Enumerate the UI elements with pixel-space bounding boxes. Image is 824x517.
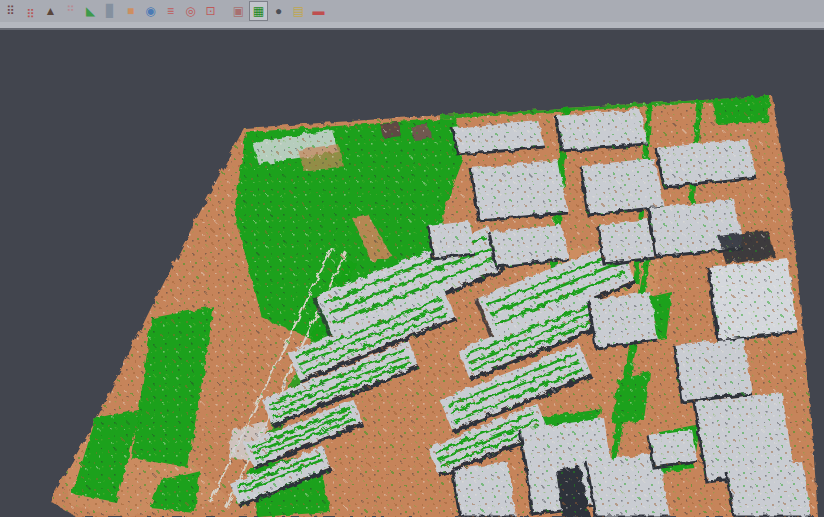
point-cloud-scene [0,30,824,517]
point-cloud-icon: ⠿ [6,5,15,17]
point-cloud-button[interactable]: ⠿ [2,2,19,20]
selection-box-icon: ⊡ [205,5,215,17]
ortho-tile-button[interactable]: ■ [122,2,139,20]
flag-button[interactable]: ▬ [310,2,327,20]
ortho-tile-icon: ■ [127,5,134,17]
clip-box-button[interactable]: ▣ [230,2,247,20]
sphere-icon: ● [275,5,282,17]
green-hill-button[interactable]: ◣ [82,2,99,20]
terrain-mountain-icon: ▲ [45,5,57,17]
terrain-tile [40,88,824,517]
classification-icon: ▦ [253,5,264,17]
toolbar: ⠿⣶▲⠛◣▊■◉≡◎⊡▣▦●▤▬ [0,0,824,22]
toolbar-separator [0,22,824,30]
scatter-points-icon: ⣶ [26,5,35,17]
profile-column-icon: ▊ [106,5,115,17]
sparse-points-button[interactable]: ⠛ [62,2,79,20]
target-icon: ◎ [185,5,195,17]
sparse-points-icon: ⠛ [66,5,75,17]
green-hill-icon: ◣ [86,5,95,17]
scatter-points-button[interactable]: ⣶ [22,2,39,20]
selection-box-button[interactable]: ⊡ [202,2,219,20]
clip-box-icon: ▣ [233,5,244,17]
report-icon: ▤ [293,5,304,17]
profile-column-button[interactable]: ▊ [102,2,119,20]
classification-button[interactable]: ▦ [250,2,267,20]
globe-icon: ◉ [145,5,155,17]
sphere-button[interactable]: ● [270,2,287,20]
flag-icon: ▬ [313,5,325,17]
target-button[interactable]: ◎ [182,2,199,20]
speckle-overlay [40,88,824,517]
terrain-mountain-button[interactable]: ▲ [42,2,59,20]
layers-button[interactable]: ≡ [162,2,179,20]
globe-button[interactable]: ◉ [142,2,159,20]
report-button[interactable]: ▤ [290,2,307,20]
layers-icon: ≡ [167,5,174,17]
viewport-3d[interactable] [0,30,824,517]
